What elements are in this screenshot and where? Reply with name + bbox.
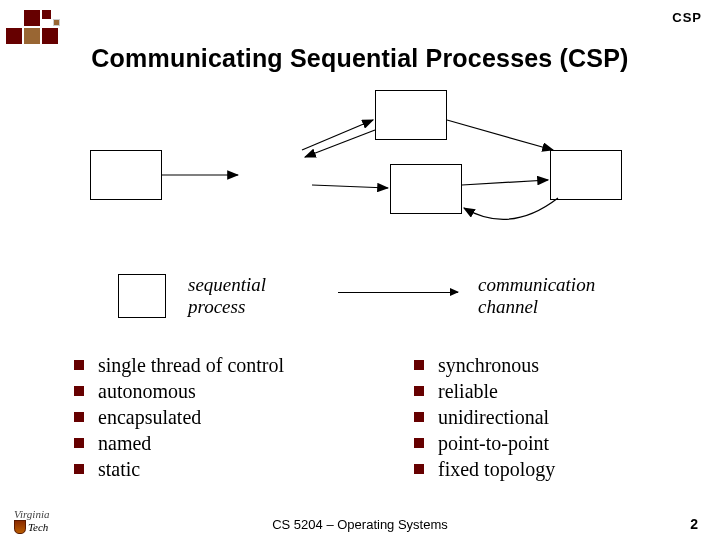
list-item: autonomous [74,378,324,404]
legend-process-label: sequential process [188,274,266,318]
svg-line-4 [447,120,553,150]
process-diagram [90,90,630,255]
list-item: encapsulated [74,404,324,430]
list-item: unidirectional [414,404,664,430]
list-item: reliable [414,378,664,404]
communication-channel-properties: synchronous reliable unidirectional poin… [414,352,664,482]
page-number: 2 [690,516,698,532]
sequential-process-properties: single thread of control autonomous enca… [74,352,324,482]
legend-process-box [118,274,166,318]
svg-line-1 [312,185,388,188]
legend-channel-arrow [338,292,458,293]
footer-course: CS 5204 – Operating Systems [0,517,720,532]
list-item: static [74,456,324,482]
legend-channel-label: communication channel [478,274,595,318]
list-item: fixed topology [414,456,664,482]
properties-lists: single thread of control autonomous enca… [74,352,664,482]
header-corner-label: CSP [672,10,702,25]
list-item: point-to-point [414,430,664,456]
corner-logo [6,6,66,44]
slide-title: Communicating Sequential Processes (CSP) [0,44,720,73]
list-item: synchronous [414,352,664,378]
diagram-arrows [90,90,630,255]
list-item: named [74,430,324,456]
svg-line-5 [462,180,548,185]
list-item: single thread of control [74,352,324,378]
diagram-legend: sequential process communication channel [118,270,638,345]
